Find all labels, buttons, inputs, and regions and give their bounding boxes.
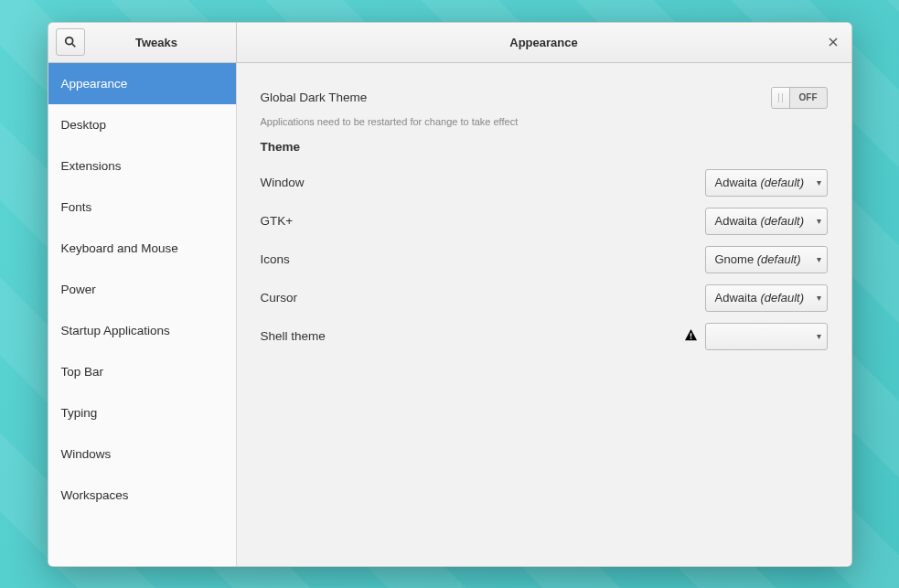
icons-theme-label: Icons — [261, 252, 290, 266]
window-theme-combo[interactable]: Adwaita (default) ▾ — [705, 169, 828, 197]
combo-value: Adwaita (default) — [715, 214, 811, 228]
sidebar-item-power[interactable]: Power — [48, 269, 236, 310]
window-theme-label: Window — [261, 176, 305, 189]
cursor-theme-row: Cursor Adwaita (default) ▾ — [261, 283, 828, 313]
titlebar: Tweaks Appearance — [48, 23, 851, 63]
sidebar-item-fonts[interactable]: Fonts — [48, 187, 236, 228]
dark-theme-label: Global Dark Theme — [261, 91, 368, 104]
search-icon — [64, 36, 77, 48]
close-icon — [829, 37, 838, 47]
toggle-handle — [772, 88, 790, 108]
cursor-theme-combo[interactable]: Adwaita (default) ▾ — [705, 284, 828, 312]
svg-line-1 — [71, 44, 75, 48]
sidebar-item-typing[interactable]: Typing — [48, 392, 236, 433]
sidebar-item-workspaces[interactable]: Workspaces — [48, 475, 236, 516]
shell-theme-row: Shell theme ▾ — [261, 322, 828, 351]
chevron-down-icon: ▾ — [817, 177, 821, 187]
sidebar-item-startup-applications[interactable]: Startup Applications — [48, 310, 236, 351]
titlebar-left: Tweaks — [48, 23, 237, 62]
tweaks-window: Tweaks Appearance Appearance Desktop Ext… — [48, 22, 852, 567]
page-title: Appearance — [237, 36, 851, 49]
gtk-theme-label: GTK+ — [261, 214, 294, 228]
shell-theme-right: ▾ — [684, 323, 828, 350]
close-button[interactable] — [826, 35, 840, 49]
chevron-down-icon: ▾ — [817, 216, 821, 226]
chevron-down-icon: ▾ — [817, 331, 821, 341]
combo-value: Adwaita (default) — [715, 176, 811, 189]
window-theme-row: Window Adwaita (default) ▾ — [261, 168, 828, 198]
gtk-theme-combo[interactable]: Adwaita (default) ▾ — [705, 208, 828, 235]
sidebar-item-desktop[interactable]: Desktop — [48, 104, 236, 145]
gtk-theme-row: GTK+ Adwaita (default) ▾ — [261, 207, 828, 236]
dark-theme-row: Global Dark Theme OFF — [261, 83, 828, 112]
dark-theme-toggle[interactable]: OFF — [771, 87, 828, 109]
sidebar-item-top-bar[interactable]: Top Bar — [48, 351, 236, 392]
icons-theme-row: Icons Gnome (default) ▾ — [261, 245, 828, 274]
combo-value: Gnome (default) — [715, 252, 811, 266]
sidebar: Appearance Desktop Extensions Fonts Keyb… — [48, 63, 237, 566]
sidebar-item-extensions[interactable]: Extensions — [48, 145, 236, 187]
dark-theme-sublabel: Applications need to be restarted for ch… — [261, 116, 828, 127]
window-body: Appearance Desktop Extensions Fonts Keyb… — [48, 63, 851, 566]
shell-theme-combo[interactable]: ▾ — [705, 323, 828, 350]
app-title: Tweaks — [85, 36, 229, 49]
toggle-state-label: OFF — [790, 92, 827, 102]
svg-rect-5 — [690, 337, 691, 339]
sidebar-item-windows[interactable]: Windows — [48, 433, 236, 475]
chevron-down-icon: ▾ — [817, 254, 821, 264]
search-button[interactable] — [56, 28, 85, 56]
icons-theme-combo[interactable]: Gnome (default) ▾ — [705, 246, 828, 273]
svg-rect-4 — [690, 333, 691, 337]
svg-point-0 — [65, 37, 72, 45]
shell-theme-label: Shell theme — [261, 329, 326, 343]
theme-section-title: Theme — [261, 140, 828, 154]
sidebar-item-keyboard-mouse[interactable]: Keyboard and Mouse — [48, 228, 236, 269]
warning-icon — [684, 328, 698, 345]
combo-value: Adwaita (default) — [715, 291, 811, 305]
chevron-down-icon: ▾ — [817, 293, 821, 303]
sidebar-item-appearance[interactable]: Appearance — [48, 63, 236, 104]
cursor-theme-label: Cursor — [261, 291, 298, 305]
content-panel: Global Dark Theme OFF Applications need … — [237, 63, 851, 566]
